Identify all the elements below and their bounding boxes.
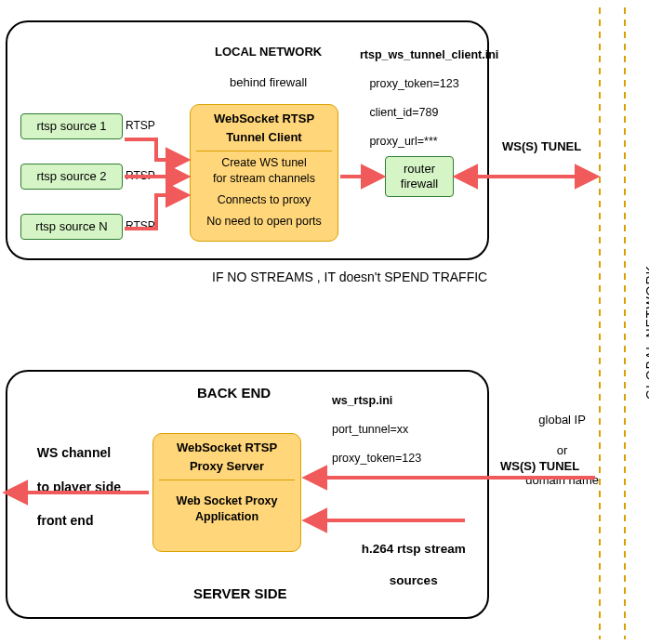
wss-tunnel-label-top: WS(S) TUNEL [502, 139, 581, 154]
ws-channel-label: WS channel to player side front end [30, 427, 121, 529]
backend-title: BACK END [197, 385, 271, 402]
ws-rtsp-tunnel-client: WebSocket RTSP Tunnel Client Create WS t… [190, 104, 338, 242]
server-side-label: SERVER SIDE [193, 585, 287, 603]
global-network-label: GLOBAL NETWORK [643, 265, 649, 400]
h264-sources-label: h.264 rtsp stream sources [340, 526, 480, 589]
global-ip-label: global IP or domain name [517, 398, 601, 489]
no-streams-note: IF NO STREAMS , IT doesn't SPEND TRAFFIC [212, 269, 487, 286]
local-config-block: rtsp_ws_tunnel_client.ini proxy_token=12… [353, 33, 498, 150]
rtsp-source-n: rtsp source N [20, 214, 123, 240]
backend-config-block: ws_rtsp.ini port_tunnel=xx proxy_token=1… [325, 379, 421, 467]
rtsp-source-1: rtsp source 1 [20, 113, 123, 139]
rtsp-proto-n: RTSP [126, 219, 155, 232]
rtsp-source-2: rtsp source 2 [20, 164, 123, 190]
router-firewall: router firewall [385, 156, 454, 197]
wss-tunnel-label-bottom: WS(S) TUNEL [500, 459, 579, 474]
rtsp-proto-2: RTSP [126, 169, 155, 182]
ws-rtsp-proxy-server: WebSocket RTSP Proxy Server Web Socket P… [152, 433, 301, 552]
rtsp-proto-1: RTSP [126, 119, 155, 132]
